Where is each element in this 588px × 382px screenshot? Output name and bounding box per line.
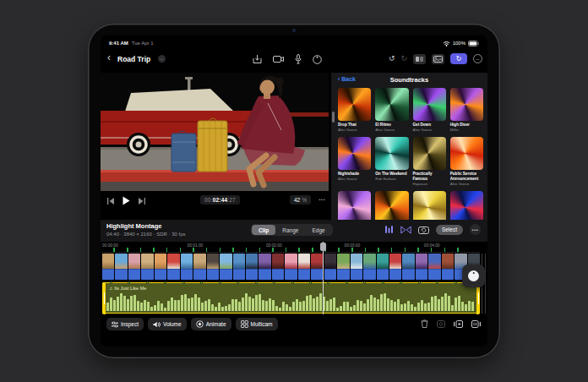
video-clip[interactable] xyxy=(416,254,427,280)
playhead-handle[interactable] xyxy=(320,243,326,251)
mode-edge[interactable]: Edge xyxy=(305,225,331,235)
video-clip[interactable] xyxy=(233,254,245,280)
jog-dial-icon[interactable] xyxy=(313,55,322,64)
camera-switch-icon[interactable] xyxy=(418,226,429,234)
soundtrack-item[interactable]: PushValencia xyxy=(338,191,371,220)
video-clip[interactable] xyxy=(167,254,179,280)
microphone-icon[interactable] xyxy=(295,54,302,64)
viewer-zoom-control[interactable]: 42% xyxy=(290,195,311,205)
inspect-button[interactable]: Inspect xyxy=(106,318,144,330)
media-browser-button[interactable] xyxy=(432,54,444,64)
video-clip[interactable] xyxy=(377,254,389,280)
soundtrack-item[interactable]: Get DownAlex Goose xyxy=(413,88,446,132)
soundtrack-item[interactable]: Switch It UpAlex Goose xyxy=(413,191,446,220)
timeline-ruler[interactable]: 00:00:0000:01:0000:02:0000:03:0000:04:00 xyxy=(102,242,480,253)
viewer-more-button[interactable]: ••• xyxy=(318,197,325,202)
transitions-icon[interactable] xyxy=(400,226,411,234)
video-clip[interactable] xyxy=(428,254,440,280)
content-browser-button[interactable]: ↻ xyxy=(450,53,467,64)
mode-range[interactable]: Range xyxy=(275,225,305,235)
soundtrack-item[interactable]: NightshadeAlex Goose xyxy=(338,137,371,186)
video-clip[interactable] xyxy=(155,254,166,280)
soundtrack-item[interactable]: Practically FamousHapasan xyxy=(413,137,446,186)
video-clip[interactable] xyxy=(115,254,127,280)
video-clip[interactable] xyxy=(193,254,205,280)
volume-keyframe[interactable] xyxy=(346,281,348,284)
disable-clip-button[interactable] xyxy=(437,320,445,328)
volume-keyframe[interactable] xyxy=(382,281,384,284)
mode-clip[interactable]: Clip xyxy=(252,225,275,235)
video-clip[interactable] xyxy=(389,254,401,280)
video-clip[interactable] xyxy=(128,254,140,280)
video-clip[interactable] xyxy=(402,254,414,280)
video-clip[interactable] xyxy=(181,254,193,280)
soundtrack-artwork[interactable] xyxy=(338,137,371,170)
volume-keyframe[interactable] xyxy=(418,281,421,284)
jog-wheel[interactable] xyxy=(462,265,485,287)
playhead[interactable] xyxy=(323,242,324,314)
volume-keyframe[interactable] xyxy=(200,281,203,284)
timecode-display[interactable]: 00:02:44:27 xyxy=(200,195,240,205)
volume-keyframe[interactable] xyxy=(110,281,112,284)
timeline-index-icon[interactable] xyxy=(384,225,394,234)
video-clip[interactable] xyxy=(207,254,219,280)
video-clip[interactable] xyxy=(259,254,270,280)
toolbar-more-button[interactable]: – xyxy=(473,54,482,63)
soundtrack-item[interactable]: Drop ThatAlex Goose xyxy=(338,88,371,132)
select-button[interactable]: Select xyxy=(436,225,463,235)
soundtrack-item[interactable]: Public Service AnnouncementAlex Goose xyxy=(450,137,483,186)
project-menu-badge[interactable]: ⌄ xyxy=(158,55,166,63)
soundtrack-artwork[interactable] xyxy=(413,137,446,170)
soundtrack-item[interactable]: Run It OutAlex Goose xyxy=(375,191,408,220)
soundtrack-item[interactable]: High DiverMiller xyxy=(450,88,483,132)
volume-keyframe[interactable] xyxy=(273,281,275,284)
volume-keyframe[interactable] xyxy=(327,281,329,284)
soundtrack-artwork[interactable] xyxy=(375,88,408,121)
soundtrack-artwork[interactable] xyxy=(450,88,483,121)
video-clip[interactable] xyxy=(298,254,310,280)
soundtrack-artwork[interactable] xyxy=(338,191,371,220)
soundtrack-artwork[interactable] xyxy=(450,137,483,170)
delete-button[interactable] xyxy=(421,319,428,328)
video-clip[interactable] xyxy=(337,254,349,280)
redo-button[interactable]: ↻ xyxy=(400,54,407,63)
camera-icon[interactable] xyxy=(273,55,284,63)
video-clip[interactable] xyxy=(141,254,153,280)
panel-resize-handle[interactable] xyxy=(332,112,335,123)
multicam-button[interactable]: Multicam xyxy=(236,318,278,330)
volume-keyframe[interactable] xyxy=(291,281,294,284)
video-clip[interactable] xyxy=(442,254,454,280)
soundtrack-artwork[interactable] xyxy=(413,88,446,121)
volume-keyframe[interactable] xyxy=(164,281,166,284)
video-clip[interactable] xyxy=(102,254,114,280)
jog-wheel-dial[interactable] xyxy=(468,270,479,281)
volume-keyframe[interactable] xyxy=(255,281,258,284)
soundtrack-artwork[interactable] xyxy=(338,88,371,121)
video-clip[interactable] xyxy=(272,254,284,280)
volume-keyframe[interactable] xyxy=(128,281,130,284)
project-title[interactable]: Road Trip xyxy=(117,55,150,63)
soundtrack-artwork[interactable] xyxy=(450,191,483,220)
volume-keyframe[interactable] xyxy=(219,281,221,284)
volume-keyframe[interactable] xyxy=(146,281,149,284)
volume-keyframe[interactable] xyxy=(309,281,312,284)
video-clip[interactable] xyxy=(351,254,362,280)
video-clip[interactable] xyxy=(311,254,323,280)
soundtrack-item[interactable]: On The WeekendRob Barbato xyxy=(375,137,408,186)
soundtrack-artwork[interactable] xyxy=(413,191,446,220)
soundtrack-item[interactable]: Wow!Alex Goose xyxy=(450,191,483,220)
projects-back-button[interactable]: ‹ xyxy=(107,52,111,63)
soundtrack-artwork[interactable] xyxy=(375,191,408,220)
audio-trim-handle-left[interactable] xyxy=(102,282,106,314)
animate-button[interactable]: Animate xyxy=(191,318,231,330)
display-options-button[interactable] xyxy=(413,54,426,64)
timeline-more-button[interactable]: ••• xyxy=(470,224,481,235)
volume-keyframe[interactable] xyxy=(436,281,438,284)
volume-keyframe[interactable] xyxy=(237,281,239,284)
audio-clip[interactable]: ♫ Its Just Like Me xyxy=(102,282,480,314)
soundtrack-item[interactable]: El RitmoAlex Goose xyxy=(375,88,408,132)
video-clip[interactable] xyxy=(220,254,231,280)
insert-clip-button[interactable] xyxy=(454,320,463,328)
video-viewer[interactable] xyxy=(101,73,329,191)
overwrite-clip-button[interactable] xyxy=(471,320,481,328)
